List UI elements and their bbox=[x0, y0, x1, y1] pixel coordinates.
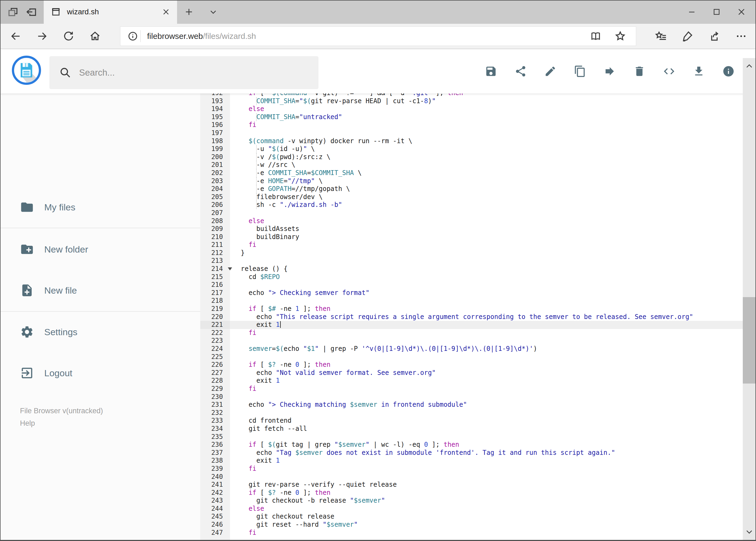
copy-button[interactable] bbox=[574, 65, 587, 78]
code-line[interactable]: 202 -e COMMIT_SHA=$COMMIT_SHA \ bbox=[200, 169, 743, 177]
favorite-star-icon[interactable] bbox=[614, 30, 626, 42]
maximize-button[interactable] bbox=[704, 0, 729, 24]
code-line[interactable]: 218 bbox=[200, 297, 743, 305]
code-line[interactable]: 230 bbox=[200, 393, 743, 401]
scrollbar-thumb[interactable] bbox=[743, 297, 755, 383]
code-line[interactable]: 241 git rev-parse --verify --quiet relea… bbox=[200, 481, 743, 489]
move-button[interactable] bbox=[603, 65, 616, 78]
code-line[interactable]: 204 -e GOPATH=//tmp/gopath \ bbox=[200, 185, 743, 193]
code-line[interactable]: 193 COMMIT_SHA="$(git rev-parse HEAD | c… bbox=[200, 97, 743, 105]
web-note-icon[interactable] bbox=[675, 24, 700, 49]
sidebar-item-settings[interactable]: Settings bbox=[0, 322, 200, 341]
code-line[interactable]: 246 git reset --hard "$semver" bbox=[200, 521, 743, 529]
code-line[interactable]: 206 sh -c "./wizard.sh -b" bbox=[200, 201, 743, 209]
page-scrollbar[interactable] bbox=[743, 58, 755, 540]
code-line[interactable]: 242 if [ $? -ne 0 ]; then bbox=[200, 489, 743, 497]
info-button[interactable] bbox=[722, 65, 735, 78]
code-line[interactable]: 220 echo "This release script requires a… bbox=[200, 313, 743, 321]
code-line[interactable]: 217 echo "> Checking semver format" bbox=[200, 289, 743, 297]
code-line[interactable]: 213 bbox=[200, 257, 743, 265]
search-input[interactable] bbox=[79, 68, 295, 78]
file-browser-logo[interactable] bbox=[11, 55, 42, 85]
code-line[interactable]: 226 if [ $? -ne 0 ]; then bbox=[200, 361, 743, 369]
source-code-button[interactable] bbox=[662, 65, 675, 78]
code-line[interactable]: 198 $(command -v winpty) docker run --rm… bbox=[200, 137, 743, 145]
code-line[interactable]: 192 if [ "$(command -v git)" != "" ] && … bbox=[200, 94, 743, 97]
code-line[interactable]: 216 bbox=[200, 281, 743, 289]
sidebar-item-logout[interactable]: Logout bbox=[0, 363, 200, 382]
search-bar[interactable] bbox=[49, 56, 319, 89]
code-line[interactable]: 212} bbox=[200, 249, 743, 257]
code-line[interactable]: 224 semver=$(echo "$1" | grep -P '^v(0|[… bbox=[200, 345, 743, 353]
home-icon[interactable] bbox=[83, 24, 108, 49]
code-line[interactable]: 227 echo "Not valid semver format. See s… bbox=[200, 369, 743, 377]
scroll-down-icon[interactable] bbox=[743, 524, 755, 540]
more-icon[interactable] bbox=[729, 24, 754, 49]
code-line[interactable]: 243 git checkout -b release "$semver" bbox=[200, 497, 743, 505]
code-line[interactable]: 233 cd frontend bbox=[200, 417, 743, 425]
code-line[interactable]: 228 exit 1 bbox=[200, 377, 743, 385]
code-line[interactable]: 208 else bbox=[200, 217, 743, 225]
delete-button[interactable] bbox=[633, 65, 646, 78]
sidebar-item-new-file[interactable]: New file bbox=[0, 281, 200, 300]
scroll-up-icon[interactable] bbox=[743, 58, 755, 74]
tab-list-chevron-icon[interactable] bbox=[202, 0, 224, 24]
close-tab-icon[interactable] bbox=[162, 8, 170, 16]
address-bar[interactable]: filebrowser.web/files/wizard.sh bbox=[120, 26, 636, 46]
favorites-hub-icon[interactable] bbox=[648, 24, 673, 49]
close-window-button[interactable] bbox=[729, 0, 754, 24]
sidebar-item-my-files[interactable]: My files bbox=[0, 198, 200, 217]
code-line[interactable]: 240 bbox=[200, 473, 743, 481]
code-line[interactable]: 214release () { bbox=[200, 265, 743, 273]
set-tabs-aside-icon[interactable] bbox=[25, 6, 37, 18]
share-button[interactable] bbox=[514, 65, 527, 78]
code-editor[interactable]: 192 if [ "$(command -v git)" != "" ] && … bbox=[200, 94, 743, 540]
code-line[interactable]: 222 fi bbox=[200, 329, 743, 337]
code-line[interactable]: 232 bbox=[200, 409, 743, 417]
code-line[interactable]: 231 echo "> Checking matching $semver in… bbox=[200, 401, 743, 409]
back-icon[interactable] bbox=[3, 24, 28, 49]
rename-button[interactable] bbox=[544, 65, 557, 78]
code-line[interactable]: 194 else bbox=[200, 105, 743, 113]
minimize-button[interactable] bbox=[679, 0, 704, 24]
new-tab-button[interactable] bbox=[178, 0, 200, 24]
code-line[interactable]: 219 if [ $# -ne 1 ]; then bbox=[200, 305, 743, 313]
code-line[interactable]: 201 -w //src \ bbox=[200, 161, 743, 169]
code-line[interactable]: 236 if [ $(git tag | grep "$semver" | wc… bbox=[200, 441, 743, 449]
code-line[interactable]: 237 echo "Tag $semver does not exist in … bbox=[200, 449, 743, 457]
code-line[interactable]: 196 fi bbox=[200, 121, 743, 129]
code-line[interactable]: 238 exit 1 bbox=[200, 457, 743, 465]
code-line[interactable]: 235 bbox=[200, 433, 743, 441]
code-line[interactable]: 210 buildBinary bbox=[200, 233, 743, 241]
share-page-icon[interactable] bbox=[701, 24, 726, 49]
code-line[interactable]: 244 else bbox=[200, 505, 743, 513]
code-line[interactable]: 215 cd $REPO bbox=[200, 273, 743, 281]
code-line[interactable]: 197 bbox=[200, 129, 743, 137]
code-line[interactable]: 247 fi bbox=[200, 529, 743, 537]
download-button[interactable] bbox=[692, 65, 705, 78]
code-line[interactable]: 207 bbox=[200, 209, 743, 217]
code-line[interactable]: 195 COMMIT_SHA="untracked" bbox=[200, 113, 743, 121]
code-line[interactable]: 203 -e HOME="//tmp" \ bbox=[200, 177, 743, 185]
code-line[interactable]: 239 fi bbox=[200, 465, 743, 473]
code-line[interactable]: 225 bbox=[200, 353, 743, 361]
code-line[interactable]: 229 fi bbox=[200, 385, 743, 393]
code-line[interactable]: 200 -v /$(pwd):/src:z \ bbox=[200, 153, 743, 161]
tab-previews-icon[interactable] bbox=[7, 6, 19, 18]
reading-view-icon[interactable] bbox=[590, 31, 601, 42]
code-line[interactable]: 223 bbox=[200, 337, 743, 345]
code-line[interactable]: 245 git checkout release bbox=[200, 513, 743, 521]
code-line[interactable]: 199 -u "$(id -u)" \ bbox=[200, 145, 743, 153]
code-line[interactable]: 221 exit 1 bbox=[200, 321, 743, 329]
code-line[interactable]: 205 filebrowser/dev \ bbox=[200, 193, 743, 201]
help-link[interactable]: Help bbox=[20, 417, 103, 429]
save-button[interactable] bbox=[484, 65, 497, 78]
browser-tab[interactable]: wizard.sh bbox=[44, 0, 177, 24]
sidebar-item-new-folder[interactable]: New folder bbox=[0, 240, 200, 259]
refresh-icon[interactable] bbox=[56, 24, 81, 49]
site-info-icon[interactable] bbox=[127, 31, 138, 42]
code-line[interactable]: 234 git fetch --all bbox=[200, 425, 743, 433]
code-line[interactable]: 209 buildAssets bbox=[200, 225, 743, 233]
forward-icon[interactable] bbox=[30, 24, 55, 49]
code-line[interactable]: 211 fi bbox=[200, 241, 743, 249]
